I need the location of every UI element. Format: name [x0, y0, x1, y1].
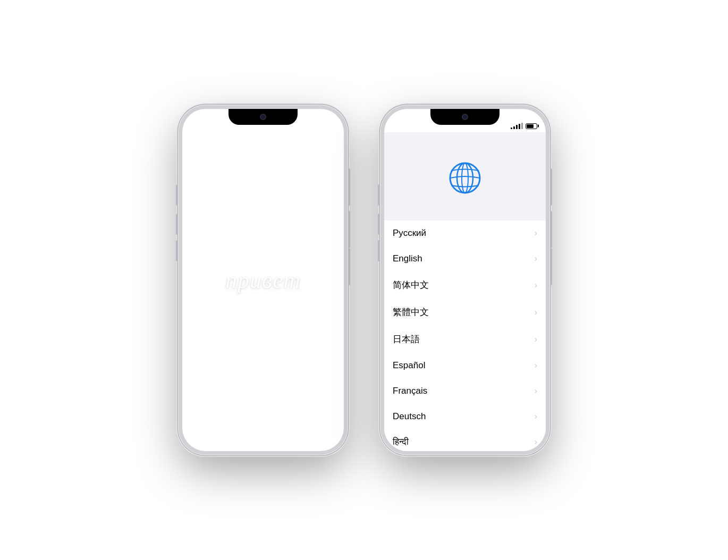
language-card: Русский›English›简体中文›繁體中文›日本語›Español›Fr… [384, 220, 546, 451]
language-label-french: Français [393, 386, 427, 396]
language-label-german: Deutsch [393, 411, 426, 422]
right-battery-body [526, 123, 537, 129]
left-signal [309, 123, 321, 129]
bar3 [314, 125, 316, 129]
language-label-hindi: हिन्दी [393, 437, 409, 447]
left-camera [260, 114, 266, 120]
svg-point-0 [450, 163, 480, 193]
language-item-spanish[interactable]: Español› [384, 353, 546, 378]
right-screen: Русский›English›简体中文›繁體中文›日本語›Español›Fr… [384, 109, 546, 451]
language-label-russian: Русский [393, 228, 426, 239]
chevron-icon-english: › [535, 254, 537, 264]
splash-greeting: привет [225, 267, 301, 294]
bar1 [309, 128, 310, 129]
left-status-icons [309, 123, 335, 129]
right-phone: Русский›English›简体中文›繁體中文›日本語›Español›Fr… [380, 105, 550, 455]
chevron-icon-spanish: › [535, 361, 537, 370]
chevron-icon-french: › [535, 386, 537, 396]
language-item-german[interactable]: Deutsch› [384, 404, 546, 429]
chevron-icon-simplified-chinese: › [535, 281, 537, 290]
language-label-english: English [393, 253, 422, 264]
language-item-english[interactable]: English› [384, 246, 546, 271]
language-label-spanish: Español [393, 360, 425, 371]
left-battery-fill [325, 124, 332, 128]
svg-point-1 [457, 163, 473, 193]
chevron-icon-german: › [535, 412, 537, 421]
language-list: Русский›English›简体中文›繁體中文›日本語›Español›Fr… [384, 220, 546, 451]
language-label-simplified-chinese: 简体中文 [393, 279, 429, 291]
language-item-russian[interactable]: Русский› [384, 220, 546, 246]
rbar2 [513, 126, 515, 129]
left-battery [324, 123, 335, 129]
rbar1 [511, 128, 512, 129]
rbar3 [516, 125, 518, 129]
right-signal [511, 123, 523, 129]
chevron-icon-hindi: › [535, 437, 537, 447]
language-item-simplified-chinese[interactable]: 简体中文› [384, 271, 546, 299]
language-item-french[interactable]: Français› [384, 378, 546, 404]
chevron-icon-russian: › [535, 228, 537, 238]
bar5 [319, 123, 321, 129]
chevron-icon-japanese: › [535, 335, 537, 344]
left-phone: привет [178, 105, 348, 455]
left-battery-body [324, 123, 335, 129]
language-item-traditional-chinese[interactable]: 繁體中文› [384, 299, 546, 326]
language-label-japanese: 日本語 [393, 333, 420, 345]
right-battery-fill [527, 124, 534, 128]
language-item-hindi[interactable]: हिन्दी› [384, 429, 546, 451]
rbar5 [521, 123, 523, 129]
bar2 [311, 126, 313, 129]
right-battery [526, 123, 537, 129]
language-screen: Русский›English›简体中文›繁體中文›日本語›Español›Fr… [384, 132, 546, 451]
bar4 [317, 124, 318, 129]
language-label-traditional-chinese: 繁體中文 [393, 306, 429, 318]
chevron-icon-traditional-chinese: › [535, 308, 537, 317]
globe-icon [446, 159, 484, 197]
right-camera [462, 114, 468, 120]
right-status-icons [511, 123, 537, 129]
right-notch [430, 109, 500, 125]
language-item-japanese[interactable]: 日本語› [384, 326, 546, 353]
rbar4 [519, 124, 520, 129]
left-notch [228, 109, 298, 125]
globe-container [446, 159, 484, 199]
left-screen: привет [182, 109, 344, 451]
svg-point-2 [462, 163, 468, 193]
